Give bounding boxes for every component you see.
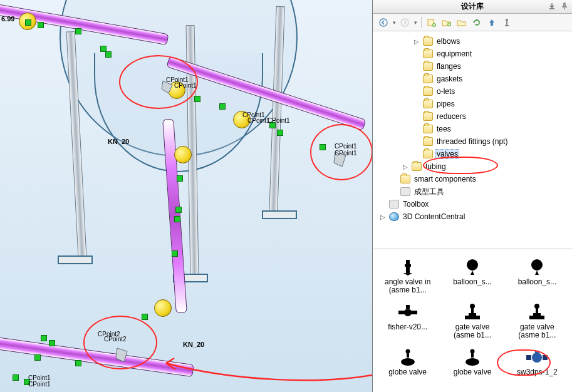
svg-rect-18 (407, 353, 409, 358)
thumbnail-balloon-s-[interactable]: balloon_s... (506, 254, 568, 297)
tree-item-3d-contentcentral[interactable]: ▷3D ContentCentral (379, 211, 569, 222)
thumbnail-balloon-s-[interactable]: balloon_s... (441, 254, 503, 297)
thumbnail-label: sw3dps-1_2 (517, 368, 558, 376)
svg-rect-6 (506, 21, 507, 26)
expand-icon[interactable]: ▷ (379, 213, 387, 220)
tree-item-threaded-fittings-npt-[interactable]: threaded fittings (npt) (413, 136, 569, 147)
thumbnail-gate-valve[interactable]: gate valve(asme b1... (441, 299, 503, 342)
pipe-segment[interactable] (0, 337, 194, 377)
tree-item-label: o-lets (435, 87, 456, 96)
forward-button[interactable] (398, 16, 412, 29)
pipe-elbow[interactable] (154, 299, 172, 317)
pin-icon[interactable] (559, 1, 569, 11)
tree-item-o-lets[interactable]: o-lets (413, 86, 569, 97)
tool-icon (389, 200, 399, 209)
expand-icon[interactable]: ▷ (413, 38, 420, 45)
tree-item-pipes[interactable]: pipes (413, 98, 569, 110)
tree-item-flanges[interactable]: flanges (413, 61, 569, 72)
thumbnail-label: angle valve in (385, 278, 430, 286)
folder-icon (423, 75, 433, 83)
thumbnail-sublabel: (asme b1... (454, 331, 491, 339)
folder-icon (423, 150, 433, 158)
angle-valve-icon (395, 257, 420, 278)
dimension-label: KN_20 (108, 138, 129, 145)
tree-item-label: gaskets (435, 75, 464, 83)
cpoint-label: CPoint1 (268, 117, 290, 124)
pipe-elbow[interactable] (174, 146, 192, 163)
tree-item-label: tubing (424, 162, 447, 171)
route-marker (277, 130, 283, 136)
thumbnail-sublabel: (asme b1... (389, 286, 427, 294)
route-marker (320, 144, 326, 150)
tree-item--[interactable]: 成型工具 (390, 186, 569, 197)
tree-item-tees[interactable]: tees (413, 123, 569, 135)
tree-item-equipment[interactable]: equipment (413, 48, 569, 59)
folder-icon (423, 125, 433, 133)
tree-item-toolbox[interactable]: Toolbox (379, 199, 569, 210)
tree-item-valves[interactable]: valves (413, 148, 569, 160)
svg-point-22 (465, 358, 479, 366)
tree-item-smart-components[interactable]: smart components (390, 173, 569, 185)
add-file-button[interactable] (425, 16, 439, 29)
thumbnail-grid[interactable]: angle valve in(asme b1...balloon_s...bal… (373, 249, 572, 392)
tree-item-label: threaded fittings (npt) (435, 137, 509, 146)
back-button[interactable] (377, 16, 390, 29)
tree-item-label: reducers (435, 112, 467, 121)
thumbnail-gate-valve[interactable]: gate valve(asme b1... (506, 299, 568, 342)
up-one-level-button[interactable] (485, 16, 499, 29)
route-marker (219, 103, 226, 110)
design-library-panel: 设计库 ▾ ▾ ▷elbowsequipmentf (372, 0, 572, 392)
folder-icon (423, 37, 433, 46)
svg-rect-16 (536, 308, 538, 313)
options-button[interactable] (500, 16, 514, 29)
cpoint-label: CPoint2 (104, 336, 127, 343)
thumbnail-label: balloon_s... (453, 278, 491, 286)
cpoint-label: CPoint1 (174, 82, 197, 89)
svg-rect-26 (535, 351, 539, 354)
dropdown-icon[interactable]: ▾ (392, 19, 397, 26)
open-folder-button[interactable] (455, 16, 469, 29)
route-marker (34, 354, 41, 361)
tree-item-gaskets[interactable]: gaskets (413, 73, 569, 85)
thumbnail-label: gate valve (520, 323, 554, 331)
thumbnail-sw3dps-1-2[interactable]: sw3dps-1_2 (506, 344, 568, 379)
route-marker (177, 175, 183, 182)
thumbnail-label: globe valve (454, 368, 492, 376)
folder-icon (423, 87, 433, 96)
panel-toolbar: ▾ ▾ (373, 14, 572, 31)
thumbnail-fisher-v20-[interactable]: fisher-v20... (377, 299, 439, 342)
thumbnail-label: globe valve (388, 368, 427, 376)
tree-item-label: Toolbox (402, 200, 430, 209)
thumbnail-angle-valve-in[interactable]: angle valve in(asme b1... (377, 254, 439, 297)
expand-icon[interactable]: ▷ (402, 163, 409, 170)
folder-icon (423, 49, 433, 58)
route-marker (172, 250, 178, 257)
globe-icon (389, 212, 399, 221)
svg-point-15 (534, 304, 539, 309)
add-folder-button[interactable] (440, 16, 454, 29)
gate-icon (460, 302, 485, 323)
route-marker (25, 19, 31, 26)
route-marker (194, 96, 200, 102)
cpoint-label: CPoint1 (335, 150, 357, 157)
tree-item-reducers[interactable]: reducers (413, 111, 569, 122)
dimension-label: KN_20 (183, 341, 204, 348)
panel-title: 设计库 (461, 1, 484, 12)
tree-item-label: tees (435, 125, 452, 133)
svg-rect-9 (398, 311, 405, 314)
route-marker (41, 335, 47, 341)
valve-handle[interactable] (115, 346, 132, 364)
auto-hide-pin-icon[interactable] (547, 1, 557, 11)
thumbnail-globe-valve[interactable]: globe valve (377, 344, 439, 379)
folder-tree[interactable]: ▷elbowsequipmentflangesgasketso-letspipe… (373, 31, 572, 249)
folder-icon (423, 137, 433, 146)
tree-item-tubing[interactable]: ▷tubing (402, 161, 569, 172)
thumbnail-globe-valve[interactable]: globe valve (441, 344, 503, 379)
cad-viewport[interactable]: 6.99 KN_20 KN_20 CPoint1 CPoint1 CPoint1… (0, 0, 372, 392)
svg-rect-10 (411, 311, 417, 314)
tree-item-label: pipes (435, 100, 456, 108)
refresh-button[interactable] (470, 16, 484, 29)
tree-item-elbows[interactable]: ▷elbows (413, 36, 569, 47)
svg-point-1 (401, 19, 408, 26)
dropdown-icon[interactable]: ▾ (413, 19, 418, 26)
